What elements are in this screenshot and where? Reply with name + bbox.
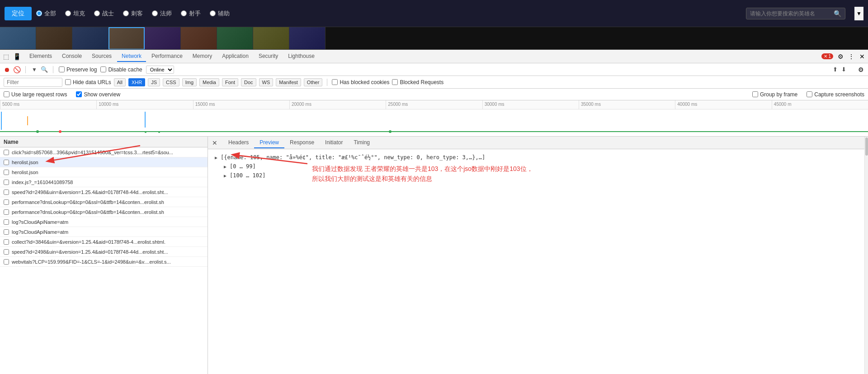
request-checkbox-10[interactable] xyxy=(4,249,9,255)
filter-other-btn[interactable]: Other xyxy=(304,78,323,86)
hero-thumb-4[interactable] xyxy=(108,27,145,50)
tab-application[interactable]: Application xyxy=(217,51,253,62)
disable-cache-checkbox[interactable] xyxy=(100,66,106,72)
tab-lighthouse[interactable]: Lighthouse xyxy=(283,51,319,62)
request-item-3[interactable]: index.js?_=1610441089758 xyxy=(0,177,208,187)
hero-thumb-1[interactable] xyxy=(0,27,36,50)
disable-cache-label[interactable]: Disable cache xyxy=(100,66,142,73)
filter-icon-button[interactable]: ▼ xyxy=(31,66,38,73)
radio-support[interactable]: 辅助 xyxy=(210,9,230,18)
json-node-100-102-line[interactable]: ▶ [100 … 102] xyxy=(213,171,863,180)
show-overview-checkbox[interactable] xyxy=(76,91,82,97)
request-checkbox-6[interactable] xyxy=(4,209,9,215)
blocked-requests-checkbox[interactable] xyxy=(392,79,398,85)
request-item-4[interactable]: speed?id=2498&uin=&version=1.25.4&aid=01… xyxy=(0,187,208,197)
throttle-select[interactable]: Online xyxy=(146,66,174,74)
request-checkbox-2[interactable] xyxy=(4,170,9,175)
request-item-7[interactable]: log?sCloudApiName=atm xyxy=(0,217,208,227)
clear-button[interactable]: 🚫 xyxy=(14,66,20,73)
capture-screenshots-label[interactable]: Capture screenshots xyxy=(807,91,864,98)
device-icon[interactable]: 📱 xyxy=(13,53,20,60)
has-blocked-cookies-checkbox[interactable] xyxy=(332,79,338,85)
request-item-0[interactable]: click?sid=s857068...396&pvid=4131514500&… xyxy=(0,147,208,157)
details-close-button[interactable]: ✕ xyxy=(210,138,219,147)
requests-list[interactable]: click?sid=s857068...396&pvid=4131514500&… xyxy=(0,147,208,374)
hide-data-urls-label[interactable]: Hide data URLs xyxy=(65,79,111,85)
large-rows-label[interactable]: Use large request rows xyxy=(4,91,67,98)
more-icon[interactable]: ⋮ xyxy=(848,53,855,60)
request-item-6[interactable]: performance?dnsLookup=0&tcp=0&ssl=0&ttfb… xyxy=(0,207,208,217)
settings-icon[interactable]: ⚙ xyxy=(837,53,844,60)
capture-screenshots-checkbox[interactable] xyxy=(807,91,812,97)
detail-tab-initiator[interactable]: Initiator xyxy=(320,137,348,148)
radio-tank[interactable]: 坦克 xyxy=(65,9,85,18)
filter-input[interactable] xyxy=(4,78,62,87)
radio-mage[interactable]: 法师 xyxy=(152,9,172,18)
request-item-1[interactable]: herolist.json xyxy=(0,157,208,167)
expand-root-arrow[interactable]: ▶ xyxy=(213,155,219,160)
network-settings-icon[interactable]: ⚙ xyxy=(857,66,864,73)
record-button[interactable]: ⏺ xyxy=(4,66,10,73)
request-item-11[interactable]: webvitals?LCP=159.999&FID=-1&CLS=-1&id=2… xyxy=(0,257,208,267)
request-checkbox-11[interactable] xyxy=(4,259,9,265)
hero-thumb-6[interactable] xyxy=(181,27,217,50)
request-checkbox-5[interactable] xyxy=(4,199,9,205)
radio-marksman[interactable]: 射手 xyxy=(181,9,201,18)
request-checkbox-7[interactable] xyxy=(4,219,9,225)
show-overview-label[interactable]: Show overview xyxy=(76,91,120,98)
expand-0-99-arrow[interactable]: ▶ xyxy=(222,164,228,169)
hero-thumb-9[interactable] xyxy=(289,27,326,50)
filter-img-btn[interactable]: Img xyxy=(182,78,197,86)
request-checkbox-9[interactable] xyxy=(4,239,9,245)
filter-media-btn[interactable]: Media xyxy=(199,78,219,86)
collapse-icon[interactable]: ▼ xyxy=(854,7,863,20)
expand-100-102-arrow[interactable]: ▶ xyxy=(222,173,228,178)
hero-thumb-3[interactable] xyxy=(72,27,108,50)
hero-thumb-2[interactable] xyxy=(36,27,72,50)
hero-thumb-8[interactable] xyxy=(253,27,289,50)
tab-elements[interactable]: Elements xyxy=(25,51,57,62)
filter-xhr-btn[interactable]: XHR xyxy=(128,78,145,86)
radio-warrior[interactable]: 战士 xyxy=(94,9,114,18)
filter-all-btn[interactable]: All xyxy=(114,78,126,86)
hero-search-input[interactable] xyxy=(750,10,831,17)
hero-search-box[interactable]: 🔍 xyxy=(746,8,845,19)
radio-all[interactable]: 全部 xyxy=(36,9,56,18)
json-root-line[interactable]: ▶ [{ename: 105, name: "å»%é¢", title: "æ… xyxy=(213,153,863,162)
export-icon[interactable]: ⬇ xyxy=(841,66,846,73)
tab-network[interactable]: Network xyxy=(117,51,146,62)
tab-sources[interactable]: Sources xyxy=(87,51,116,62)
locate-button[interactable]: 定位 xyxy=(5,7,32,20)
filter-css-btn[interactable]: CSS xyxy=(163,78,179,86)
request-checkbox-4[interactable] xyxy=(4,189,9,195)
tab-memory[interactable]: Memory xyxy=(188,51,217,62)
request-item-5[interactable]: performance?dnsLookup=0&tcp=0&ssl=0&ttfb… xyxy=(0,197,208,207)
filter-doc-btn[interactable]: Doc xyxy=(241,78,256,86)
detail-tab-headers[interactable]: Headers xyxy=(223,137,254,148)
json-node-0-99-line[interactable]: ▶ [0 … 99] xyxy=(213,162,863,171)
filter-manifest-btn[interactable]: Manifest xyxy=(276,78,301,86)
radio-assassin[interactable]: 刺客 xyxy=(123,9,143,18)
close-icon[interactable]: ✕ xyxy=(859,53,866,60)
group-by-frame-checkbox[interactable] xyxy=(752,91,758,97)
inspect-icon[interactable]: ⬚ xyxy=(2,53,9,60)
preserve-log-label[interactable]: Preserve log xyxy=(59,66,97,73)
hero-thumb-5[interactable] xyxy=(145,27,181,50)
preserve-log-checkbox[interactable] xyxy=(59,66,65,72)
request-checkbox-8[interactable] xyxy=(4,229,9,235)
request-item-8[interactable]: log?sCloudApiName=atm xyxy=(0,227,208,237)
request-checkbox-0[interactable] xyxy=(4,150,9,155)
request-item-2[interactable]: herolist.json xyxy=(0,167,208,177)
request-checkbox-1[interactable] xyxy=(4,160,9,165)
hero-thumb-7[interactable] xyxy=(217,27,253,50)
filter-js-btn[interactable]: JS xyxy=(148,78,160,86)
detail-tab-timing[interactable]: Timing xyxy=(348,137,375,148)
has-blocked-cookies-label[interactable]: Has blocked cookies xyxy=(332,79,389,85)
large-rows-checkbox[interactable] xyxy=(4,91,9,97)
tab-performance[interactable]: Performance xyxy=(147,51,187,62)
detail-tab-preview[interactable]: Preview xyxy=(254,137,284,148)
blocked-requests-label[interactable]: Blocked Requests xyxy=(392,79,443,85)
request-item-10[interactable]: speed?id=2498&uin=&version=1.25.4&aid=01… xyxy=(0,247,208,257)
request-item-9[interactable]: collect?id=3846&uin=&version=1.25.4&aid=… xyxy=(0,237,208,247)
tab-console[interactable]: Console xyxy=(57,51,86,62)
